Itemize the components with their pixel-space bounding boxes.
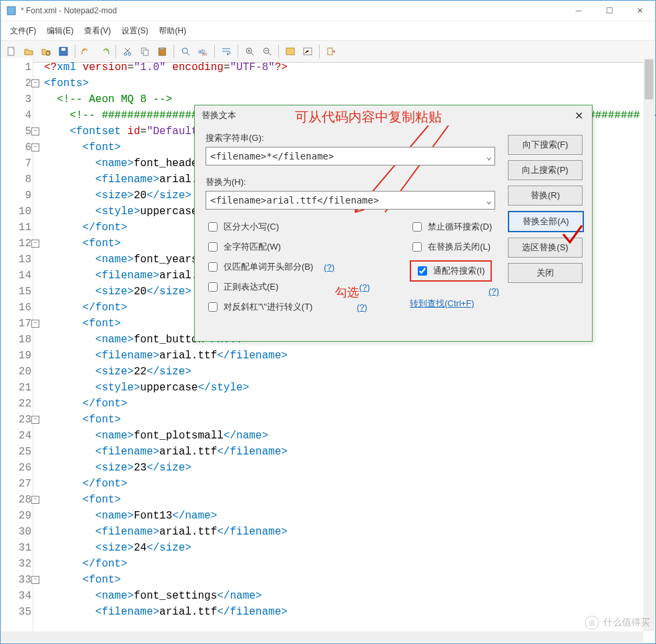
exit-icon[interactable] [323,43,339,59]
menubar: 文件(F) 编辑(E) 查看(V) 设置(S) 帮助(H) [1,21,655,41]
menu-help[interactable]: 帮助(H) [153,24,192,38]
help-link[interactable]: (?) [356,302,367,312]
wordwrap-icon[interactable] [218,43,234,59]
check-no-wrap[interactable]: 禁止循环搜索(D) [410,220,492,234]
svg-rect-10 [160,47,164,49]
open-file-icon[interactable] [21,43,37,59]
watermark: 值 什么值得买 [585,615,650,630]
browse-icon[interactable] [38,43,54,59]
zoom-in-icon[interactable] [242,43,258,59]
chevron-down-icon[interactable]: ⌄ [486,195,492,206]
check-case[interactable]: 区分大小写(C) [206,220,370,234]
scheme-icon[interactable] [282,43,298,59]
help-link[interactable]: (?) [359,282,370,292]
find-next-button[interactable]: 向下搜索(F) [508,135,583,155]
redo-icon[interactable] [96,43,112,59]
vertical-scrollbar[interactable] [643,58,655,631]
titlebar: * Font.xml - Notepad2-mod ─ ☐ ✕ [1,1,655,21]
maximize-button[interactable]: ☐ [594,1,625,21]
replace-button[interactable]: 替换(R) [508,186,583,206]
svg-rect-16 [286,48,294,55]
dialog-close-button[interactable]: 关闭 [508,263,583,283]
minimize-button[interactable]: ─ [563,1,594,21]
svg-point-11 [182,48,188,53]
checkmark-icon [560,224,587,251]
menu-file[interactable]: 文件(F) [5,24,41,38]
find-icon[interactable] [178,43,194,59]
window-title: * Font.xml - Notepad2-mod [21,6,563,15]
svg-rect-4 [61,48,65,51]
svg-text:值: 值 [589,619,595,627]
paste-icon[interactable] [154,43,170,59]
save-icon[interactable] [55,43,71,59]
menu-settings[interactable]: 设置(S) [116,24,153,38]
svg-rect-8 [143,50,148,55]
line-gutter: 12−345−6−789101112−1314151617−1819202122… [1,58,33,631]
replace-icon[interactable]: abac [195,43,211,59]
search-input[interactable]: <filename>*</filename>⌄ [206,147,495,166]
undo-icon[interactable] [79,43,95,59]
svg-text:ac: ac [202,51,208,56]
check-word-start[interactable]: 仅匹配单词开头部分(B)(?) [206,260,370,274]
svg-rect-18 [328,48,332,55]
goto-find-link[interactable]: 转到查找(Ctrl+F) [410,298,492,310]
dialog-close-icon[interactable]: ✕ [565,105,592,125]
new-file-icon[interactable] [3,43,19,59]
replace-dialog: 替换文本 ✕ 可从代码内容中复制粘贴 搜索字符串(G): <filename>*… [194,105,593,342]
close-button[interactable]: ✕ [625,1,655,21]
chevron-down-icon[interactable]: ⌄ [486,151,492,162]
cut-icon[interactable] [119,43,135,59]
check-close-after[interactable]: 在替换后关闭(L) [410,240,492,254]
customize-icon[interactable] [300,43,316,59]
app-icon [6,5,17,16]
annotation-check: 勾选 [335,284,359,300]
zoom-out-icon[interactable] [259,43,275,59]
check-escape[interactable]: 对反斜杠"\"进行转义(T)(?) [206,300,370,314]
help-link[interactable]: (?) [488,286,499,296]
menu-view[interactable]: 查看(V) [79,24,116,38]
check-whole-word[interactable]: 全字符匹配(W) [206,240,370,254]
svg-rect-0 [7,7,15,15]
copy-icon[interactable] [137,43,153,59]
check-wildcard[interactable]: 通配符搜索(I) [410,260,492,282]
menu-edit[interactable]: 编辑(E) [41,24,79,38]
find-prev-button[interactable]: 向上搜索(P) [508,160,583,180]
horizontal-scrollbar[interactable] [1,631,643,643]
help-link[interactable]: (?) [324,262,334,272]
replace-input[interactable]: <filename>arial.ttf</filename>⌄ [206,191,495,210]
annotation-copy: 可从代码内容中复制粘贴 [295,108,442,126]
